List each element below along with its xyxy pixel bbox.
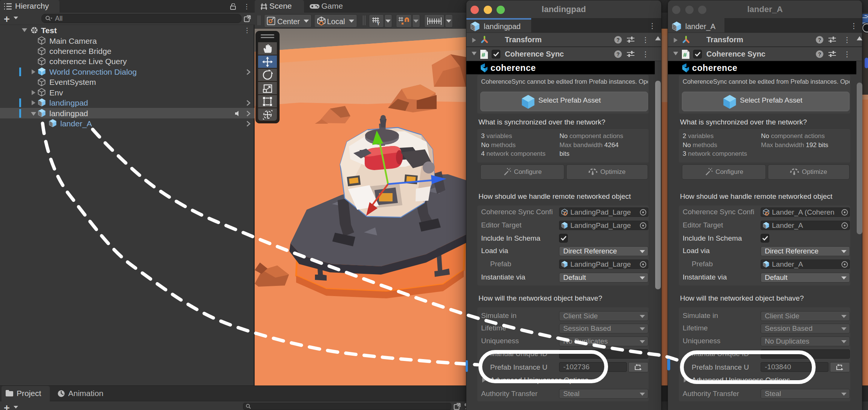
svg-text:?: ? [616,51,620,57]
svg-text:?: ? [818,37,821,43]
svg-text:?: ? [818,51,821,57]
svg-text:#: # [481,52,485,59]
svg-text:#: # [683,52,687,59]
svg-text:Y: Y [377,21,380,26]
svg-text:?: ? [616,37,620,43]
